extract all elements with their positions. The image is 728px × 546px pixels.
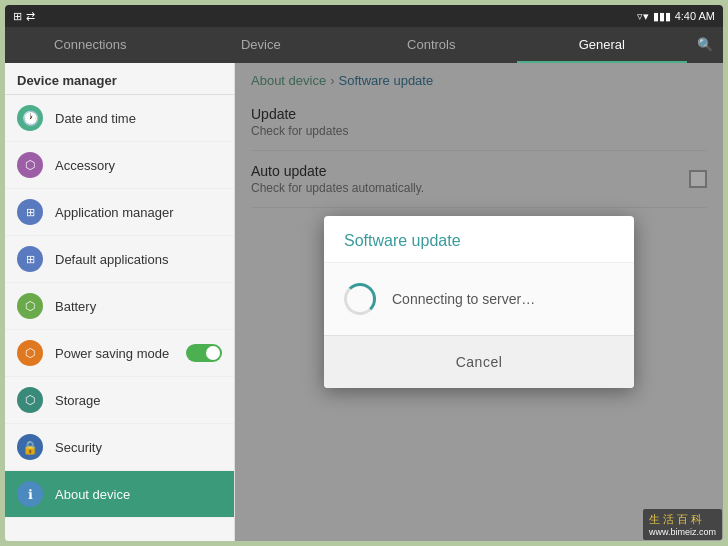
device-frame: ⊞ ⇄ ▿▾ ▮▮▮ 4:40 AM Connections Device Co… xyxy=(5,5,723,541)
power-saving-label: Power saving mode xyxy=(55,346,169,361)
security-label: Security xyxy=(55,440,102,455)
default-apps-icon: ⊞ xyxy=(17,246,43,272)
sidebar-item-accessory[interactable]: ⬡ Accessory xyxy=(5,142,234,189)
wifi-icon: ▿▾ xyxy=(637,10,649,23)
dialog-cancel-button[interactable]: Cancel xyxy=(426,348,533,376)
time-display: 4:40 AM xyxy=(675,10,715,22)
loading-spinner xyxy=(344,283,376,315)
date-time-label: Date and time xyxy=(55,111,136,126)
sidebar-item-battery[interactable]: ⬡ Battery xyxy=(5,283,234,330)
battery-icon: ▮▮▮ xyxy=(653,10,671,23)
notification-icon-1: ⊞ xyxy=(13,10,22,23)
sidebar-item-default-apps[interactable]: ⊞ Default applications xyxy=(5,236,234,283)
sidebar: Device manager 🕐 Date and time ⬡ Accesso… xyxy=(5,63,235,541)
sidebar-item-security[interactable]: 🔒 Security xyxy=(5,424,234,471)
tab-device[interactable]: Device xyxy=(176,27,347,63)
watermark: 生 活 百 科 www.bimeiz.com xyxy=(643,509,722,540)
sidebar-header: Device manager xyxy=(5,63,234,95)
sidebar-item-date-time[interactable]: 🕐 Date and time xyxy=(5,95,234,142)
sidebar-item-app-manager[interactable]: ⊞ Application manager xyxy=(5,189,234,236)
search-icon-tab[interactable]: 🔍 xyxy=(687,27,723,63)
date-time-icon: 🕐 xyxy=(17,105,43,131)
content-area: About device › Software update Update Ch… xyxy=(235,63,723,541)
battery-label: Battery xyxy=(55,299,96,314)
watermark-text: 生 活 百 科 xyxy=(649,512,716,527)
watermark-url: www.bimeiz.com xyxy=(649,527,716,537)
dialog-message: Connecting to server… xyxy=(392,291,535,307)
main-area: Device manager 🕐 Date and time ⬡ Accesso… xyxy=(5,63,723,541)
notification-icon-2: ⇄ xyxy=(26,10,35,23)
tab-bar: Connections Device Controls General 🔍 xyxy=(5,27,723,63)
dialog-actions: Cancel xyxy=(324,335,634,388)
storage-icon: ⬡ xyxy=(17,387,43,413)
accessory-icon: ⬡ xyxy=(17,152,43,178)
power-saving-toggle[interactable] xyxy=(186,344,222,362)
accessory-label: Accessory xyxy=(55,158,115,173)
dialog-body: Connecting to server… xyxy=(324,263,634,335)
dialog-overlay: Software update Connecting to server… Ca… xyxy=(235,63,723,541)
tab-connections[interactable]: Connections xyxy=(5,27,176,63)
default-apps-label: Default applications xyxy=(55,252,168,267)
sidebar-item-power-saving[interactable]: ⬡ Power saving mode xyxy=(5,330,234,377)
app-manager-icon: ⊞ xyxy=(17,199,43,225)
tab-general[interactable]: General xyxy=(517,27,688,63)
status-bar-right: ▿▾ ▮▮▮ 4:40 AM xyxy=(637,10,715,23)
about-device-icon: ℹ xyxy=(17,481,43,507)
security-icon: 🔒 xyxy=(17,434,43,460)
tab-controls[interactable]: Controls xyxy=(346,27,517,63)
software-update-dialog: Software update Connecting to server… Ca… xyxy=(324,216,634,388)
power-saving-icon: ⬡ xyxy=(17,340,43,366)
sidebar-item-about-device[interactable]: ℹ About device xyxy=(5,471,234,518)
status-bar-left: ⊞ ⇄ xyxy=(13,10,35,23)
about-device-label: About device xyxy=(55,487,130,502)
app-manager-label: Application manager xyxy=(55,205,174,220)
battery-sidebar-icon: ⬡ xyxy=(17,293,43,319)
storage-label: Storage xyxy=(55,393,101,408)
status-bar: ⊞ ⇄ ▿▾ ▮▮▮ 4:40 AM xyxy=(5,5,723,27)
dialog-title: Software update xyxy=(324,216,634,263)
sidebar-item-storage[interactable]: ⬡ Storage xyxy=(5,377,234,424)
